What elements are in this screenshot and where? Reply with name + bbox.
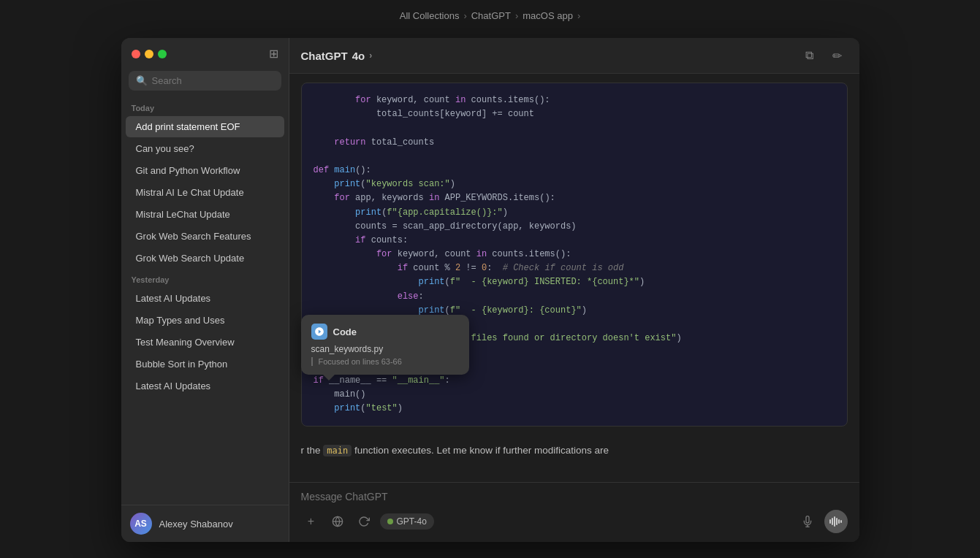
close-button[interactable] bbox=[132, 50, 140, 58]
sidebar-item-git-python[interactable]: Git and Python Workflow bbox=[126, 160, 284, 181]
minimize-button[interactable] bbox=[145, 50, 153, 58]
code-line: return total_counts bbox=[314, 136, 835, 150]
sidebar-content: Today Add print statement EOF Can you se… bbox=[121, 98, 289, 505]
code-line: def main(): bbox=[314, 164, 835, 177]
tools-button[interactable] bbox=[354, 511, 374, 532]
web-search-button[interactable] bbox=[327, 511, 348, 532]
breadcrumb-collections[interactable]: All Collections bbox=[400, 10, 460, 21]
code-line: print(f"{app.capitalize()}:") bbox=[314, 206, 835, 220]
chat-title: ChatGPT 4o › bbox=[301, 50, 373, 62]
maximize-button[interactable] bbox=[158, 50, 167, 58]
mic-button[interactable] bbox=[797, 511, 818, 532]
svg-rect-5 bbox=[832, 518, 833, 525]
sidebar-item-test-meaning[interactable]: Test Meaning Overview bbox=[126, 332, 284, 353]
input-toolbar: + bbox=[301, 510, 848, 533]
chat-response-text: r the main function executes. Let me kno… bbox=[289, 435, 859, 466]
sidebar-item-latest-ai[interactable]: Latest AI Updates bbox=[126, 288, 284, 309]
sidebar: ⊞ 🔍 Today Add print statement EOF Can yo… bbox=[121, 38, 289, 542]
code-line bbox=[314, 150, 835, 164]
main-content: ChatGPT 4o › ⧉ ✏ for keyword, count in c… bbox=[289, 38, 859, 542]
tooltip-filename: scan_keywords.py bbox=[311, 344, 459, 354]
code-line: print(f" - {keyword} INSERTED: *{count}*… bbox=[314, 275, 835, 289]
code-line: print("keywords scan:") bbox=[314, 177, 835, 191]
tooltip-title: Code bbox=[333, 326, 357, 337]
svg-rect-4 bbox=[829, 519, 831, 524]
chat-input-area: + bbox=[289, 482, 859, 542]
sidebar-item-can-you-see[interactable]: Can you see? bbox=[126, 138, 284, 159]
code-block: for keyword, count in counts.items(): to… bbox=[301, 83, 848, 427]
svg-rect-6 bbox=[834, 516, 835, 527]
avatar: AS bbox=[130, 513, 152, 535]
search-bar[interactable]: 🔍 bbox=[129, 71, 281, 91]
model-label: GPT-4o bbox=[397, 516, 427, 527]
code-line: for app, keywords in APP_KEYWORDS.items(… bbox=[314, 191, 835, 205]
sidebar-header: ⊞ bbox=[121, 38, 289, 66]
waveform-button[interactable] bbox=[824, 510, 848, 533]
code-line: main() bbox=[314, 388, 835, 402]
model-chevron-icon[interactable]: › bbox=[369, 50, 372, 61]
svg-rect-8 bbox=[838, 519, 840, 524]
sidebar-toggle-icon[interactable]: ⊞ bbox=[269, 47, 278, 61]
svg-rect-7 bbox=[836, 518, 837, 525]
sidebar-item-map-types[interactable]: Map Types and Uses bbox=[126, 310, 284, 331]
tooltip-chatgpt-icon bbox=[311, 324, 327, 340]
input-tools-right bbox=[797, 510, 848, 533]
code-line: for keyword, count in counts.items(): bbox=[314, 93, 835, 107]
code-line: print("test") bbox=[314, 402, 835, 416]
tooltip-detail: Focused on lines 63-66 bbox=[311, 357, 459, 366]
sidebar-item-mistral-lechat[interactable]: Mistral LeChat Update bbox=[126, 204, 284, 225]
copy-header-button[interactable]: ⧉ bbox=[799, 45, 820, 66]
model-status-dot bbox=[387, 519, 393, 524]
code-line: if count % 2 != 0: # Check if count is o… bbox=[314, 261, 835, 275]
sidebar-footer: AS Alexey Shabanov bbox=[121, 505, 289, 542]
code-line: for keyword, count in counts.items(): bbox=[314, 248, 835, 261]
sidebar-item-grok-update[interactable]: Grok Web Search Update bbox=[126, 248, 284, 269]
code-line: if counts: bbox=[314, 234, 835, 248]
code-line: if __name__ == "__main__": bbox=[314, 374, 835, 388]
section-today-label: Today bbox=[121, 98, 289, 115]
breadcrumb-chatgpt[interactable]: ChatGPT bbox=[471, 10, 511, 21]
section-yesterday-label: Yesterday bbox=[121, 270, 289, 287]
chat-header: ChatGPT 4o › ⧉ ✏ bbox=[289, 38, 859, 74]
chat-title-text: ChatGPT bbox=[301, 50, 348, 62]
tooltip-popup: Code scan_keywords.py Focused on lines 6… bbox=[301, 315, 469, 375]
sidebar-item-bubble-sort[interactable]: Bubble Sort in Python bbox=[126, 353, 284, 375]
search-icon: 🔍 bbox=[136, 75, 148, 86]
input-tools-left: + bbox=[301, 511, 434, 532]
header-actions: ⧉ ✏ bbox=[799, 45, 848, 66]
code-line bbox=[314, 121, 835, 135]
sidebar-item-latest-ai-2[interactable]: Latest AI Updates bbox=[126, 375, 284, 397]
code-line: else: bbox=[314, 290, 835, 304]
breadcrumb: All Collections › ChatGPT › macOS app › bbox=[400, 10, 581, 21]
edit-header-button[interactable]: ✏ bbox=[827, 45, 848, 66]
search-input[interactable] bbox=[152, 75, 274, 86]
sidebar-item-grok-search[interactable]: Grok Web Search Features bbox=[126, 226, 284, 247]
sidebar-item-mistral-ai[interactable]: Mistral AI Le Chat Update bbox=[126, 182, 284, 203]
message-input[interactable] bbox=[301, 491, 848, 502]
user-name: Alexey Shabanov bbox=[159, 519, 233, 530]
model-selector[interactable]: GPT-4o bbox=[380, 513, 434, 530]
sidebar-item-add-print[interactable]: Add print statement EOF bbox=[126, 116, 284, 137]
model-badge: 4o bbox=[352, 50, 365, 62]
chat-messages: for keyword, count in counts.items(): to… bbox=[289, 74, 859, 482]
code-line: total_counts[keyword] += count bbox=[314, 107, 835, 121]
code-line: counts = scan_app_directory(app, keyword… bbox=[314, 220, 835, 234]
add-attachment-button[interactable]: + bbox=[301, 511, 322, 532]
traffic-lights bbox=[132, 50, 167, 58]
tooltip-header: Code bbox=[311, 324, 459, 340]
breadcrumb-macos[interactable]: macOS app bbox=[523, 10, 573, 21]
svg-rect-9 bbox=[840, 520, 842, 523]
app-window: ⊞ 🔍 Today Add print statement EOF Can yo… bbox=[121, 38, 859, 542]
